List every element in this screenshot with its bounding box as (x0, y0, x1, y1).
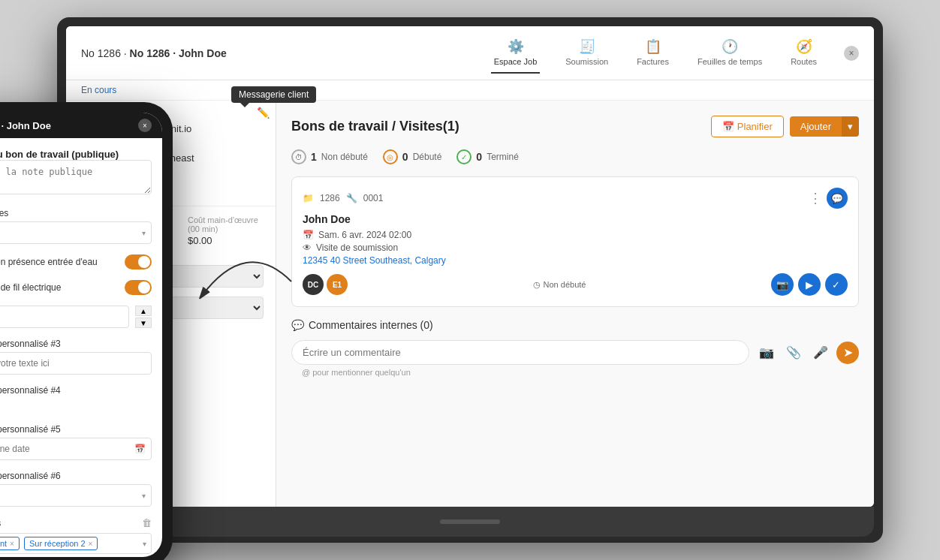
cout-maindoeuvre-label: Coût main-d'œuvre (00 min) (188, 215, 264, 233)
chat-bubble-button[interactable]: 💬 (827, 188, 848, 209)
toggle-knob (138, 256, 150, 268)
ressources-select[interactable] (0, 221, 152, 244)
invoice-icon: 📋 (645, 38, 661, 55)
card-status-badge: ◷ Non débuté (533, 280, 586, 290)
planifier-icon: 📅 (722, 121, 734, 132)
etiquettes-section: Étiquettes 🗑 bon client × Sur réception … (0, 517, 152, 554)
tag-bon-client-remove[interactable]: × (10, 540, 14, 548)
ressources-label: Ressources (0, 208, 152, 218)
etiquettes-label: Étiquettes (0, 518, 1, 528)
champ4-label: Champs personnalisé #4 (0, 385, 152, 396)
avatars: DC E1 (303, 274, 348, 295)
comments-title: Commentaires internes (0) (309, 319, 433, 331)
cout-maindoeuvre-value: $0.00 (188, 235, 212, 246)
ajouter-dropdown-button[interactable]: ▾ (842, 116, 859, 137)
champ3-label: Champs personnalisé #3 (0, 339, 152, 349)
window-title: No 1286 · No 1286 · John Doe (81, 47, 227, 59)
comment-input[interactable] (291, 340, 749, 365)
notes-section: Notes du bon de travail (publique) (0, 149, 152, 197)
card-buttons: 📷 ▶ ✓ (771, 273, 848, 296)
status-row: ⏱ 1 Non débuté ◎ 0 Débuté ✓ (291, 149, 859, 164)
status-termine: ✓ 0 Terminé (456, 149, 518, 164)
comments-header: 💬 Commentaires internes (0) (291, 319, 859, 331)
check-button[interactable]: ✓ (825, 273, 848, 296)
champ5-section: Champs personnalisé #5 📅 (0, 424, 152, 460)
tab-routes[interactable]: 🧭 Routes (788, 32, 820, 74)
avatar-e1: E1 (327, 274, 348, 295)
card-client-name: John Doe (303, 213, 848, 225)
breadcrumb-text: En cours (81, 85, 116, 95)
fil-electrique-toggle[interactable] (125, 280, 152, 295)
phone-close-button[interactable]: × (138, 119, 152, 132)
play-button[interactable]: ▶ (798, 273, 821, 296)
ressources-select-wrapper (0, 221, 152, 244)
calendar-icon: 📅 (134, 444, 146, 454)
card-actions: ⋮ 💬 (809, 188, 848, 209)
tag-sur-reception-remove[interactable]: × (89, 540, 93, 548)
routes-icon: 🧭 (796, 38, 812, 55)
clipboard-icon: 🧾 (579, 38, 595, 55)
messagerie-tooltip: Messagerie client (231, 86, 316, 103)
champ3-input[interactable] (0, 352, 152, 375)
notes-input[interactable] (0, 160, 152, 194)
card-more-button[interactable]: ⋮ (809, 191, 822, 205)
comment-action-buttons: 📷 📎 🎤 ➤ (755, 342, 859, 364)
tab-factures[interactable]: 📋 Factures (634, 32, 672, 74)
comments-section: 💬 Commentaires internes (0) 📷 📎 🎤 ➤ (291, 319, 859, 377)
attach-button[interactable]: 📎 (782, 342, 805, 364)
champ3-section: Champs personnalisé #3 (0, 339, 152, 375)
phone-top-bar: No 1425 · John Doe × (0, 113, 162, 138)
fil-electrique-label: présence de fil électrique (0, 282, 61, 293)
avatar-dc: DC (303, 274, 324, 295)
etiquettes-header: Étiquettes 🗑 (0, 517, 152, 528)
card-footer: DC E1 ◷ Non débuté 📷 ▶ (303, 273, 848, 296)
toggle-knob-2 (138, 282, 150, 294)
edit-icon[interactable]: ✏️ (257, 107, 270, 119)
tag-sur-reception: Sur réception 2 × (24, 537, 98, 550)
tag-bon-client: bon client × (0, 537, 20, 550)
comment-input-row: 📷 📎 🎤 ➤ (291, 340, 859, 365)
num-decrement-button[interactable]: ▼ (135, 318, 152, 328)
section-title: Bons de travail / Visites(1) (291, 119, 459, 134)
status-debute: ◎ 0 Débuté (383, 149, 442, 164)
champ6-select[interactable] (0, 484, 152, 507)
tab-feuilles-temps[interactable]: 🕐 Feuilles de temps (694, 32, 765, 74)
champ5-label: Champs personnalisé #5 (0, 424, 152, 435)
planifier-button[interactable]: 📅 Planifier (711, 116, 784, 137)
tab-espace-job[interactable]: ⚙️ Espace Job (491, 32, 540, 74)
tags-dropdown-arrow[interactable]: ▾ (143, 540, 146, 548)
champ6-select-wrapper (0, 484, 152, 507)
card-address-link[interactable]: 12345 40 Street Southeast, Calgary (303, 255, 848, 266)
card-ids: 📁 1286 🔧 0001 (303, 193, 383, 203)
work-order-card: 📁 1286 🔧 0001 ⋮ 💬 John Doe (291, 176, 859, 307)
section-header: Bons de travail / Visites(1) 📅 Planifier… (291, 116, 859, 137)
champ6-label: Champs personnalisé #6 (0, 471, 152, 481)
send-button[interactable]: ➤ (836, 342, 859, 364)
num-input[interactable]: 1 (0, 306, 129, 328)
section-actions: 📅 Planifier Ajouter ▾ (711, 116, 859, 137)
verification-label: Vérification présence entrée d'eau (0, 257, 98, 267)
tab-soumission[interactable]: 🧾 Soumission (562, 32, 611, 74)
champ6-section: Champs personnalisé #6 (0, 471, 152, 507)
right-panel: Bons de travail / Visites(1) 📅 Planifier… (276, 101, 874, 507)
champ5-date-input[interactable] (0, 438, 152, 460)
mic-button[interactable]: 🎤 (809, 342, 832, 364)
fil-electrique-row: présence de fil électrique (0, 280, 152, 295)
ajouter-button[interactable]: Ajouter (790, 116, 842, 137)
tags-row: bon client × Sur réception 2 × ▾ (0, 533, 152, 554)
camera-comment-button[interactable]: 📷 (755, 342, 778, 364)
verification-toggle[interactable] (125, 254, 152, 269)
num-increment-button[interactable]: ▲ (135, 306, 152, 316)
phone-content: Notes du bon de travail (publique) Resso… (0, 138, 162, 557)
mention-hint: @ pour mentionner quelqu'un (302, 368, 859, 377)
card-type: 👁 Visite de soumission (303, 242, 848, 253)
close-button[interactable]: × (844, 46, 859, 61)
notes-title: Notes du bon de travail (publique) (0, 149, 152, 160)
champ4-section: Champs personnalisé #4 (0, 385, 152, 414)
champ5-date-wrapper: 📅 (0, 438, 152, 460)
camera-button[interactable]: 📷 (771, 273, 794, 296)
non-debute-icon: ⏱ (291, 149, 306, 164)
trash-icon[interactable]: 🗑 (142, 517, 152, 528)
card-date: 📅 Sam. 6 avr. 2024 02:00 (303, 230, 848, 240)
phone-overlay: No 1425 · John Doe × Notes du bon de tra… (0, 102, 173, 560)
